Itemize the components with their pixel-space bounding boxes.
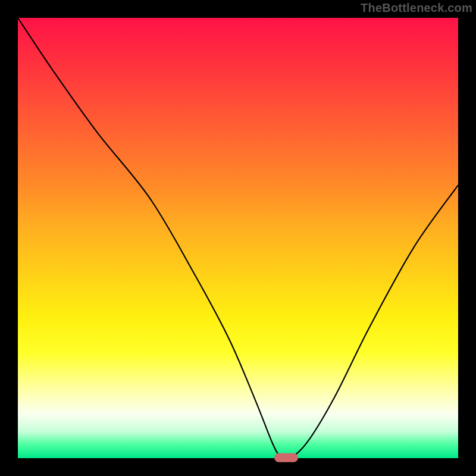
curve-path — [18, 18, 458, 458]
watermark-text: TheBottleneck.com — [361, 1, 472, 15]
plot-area — [18, 18, 458, 458]
bottleneck-curve — [18, 18, 458, 458]
optimal-marker — [274, 453, 298, 462]
chart-frame: TheBottleneck.com — [0, 0, 476, 476]
